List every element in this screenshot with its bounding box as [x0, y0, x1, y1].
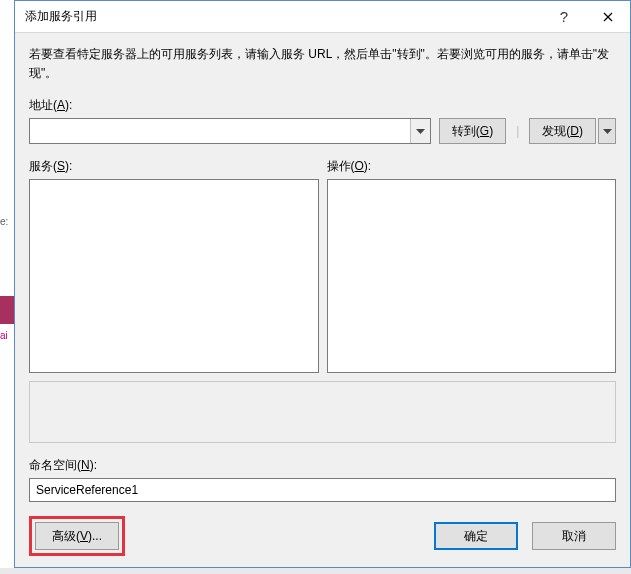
advanced-highlight: 高级(V)... [29, 516, 125, 556]
namespace-label: 命名空间(N): [29, 457, 616, 474]
help-button[interactable]: ? [542, 1, 586, 32]
advanced-button[interactable]: 高级(V)... [35, 522, 119, 550]
discover-split-button: 发现(D) [529, 118, 616, 144]
bg-fragment-1: e: [0, 216, 8, 227]
operations-column: 操作(O): [327, 158, 617, 373]
dialog-title: 添加服务引用 [25, 8, 542, 25]
status-box [29, 381, 616, 443]
separator: | [514, 118, 521, 144]
services-label: 服务(S): [29, 158, 319, 175]
services-column: 服务(S): [29, 158, 319, 373]
address-combobox[interactable] [29, 118, 431, 144]
cancel-button[interactable]: 取消 [532, 522, 616, 550]
address-row: 转到(G) | 发现(D) [29, 118, 616, 144]
address-input[interactable] [30, 119, 410, 143]
operations-listbox[interactable] [327, 179, 617, 373]
discover-dropdown-button[interactable] [598, 118, 616, 144]
chevron-down-icon [416, 129, 425, 134]
discover-button[interactable]: 发现(D) [529, 118, 596, 144]
footer: 高级(V)... 确定 取消 [29, 516, 616, 556]
add-service-reference-dialog: 添加服务引用 ? 若要查看特定服务器上的可用服务列表，请输入服务 URL，然后单… [14, 0, 631, 568]
ok-button[interactable]: 确定 [434, 522, 518, 550]
bg-fragment-2: ai [0, 330, 8, 341]
bg-fragment-badge [0, 296, 14, 324]
close-button[interactable] [586, 1, 630, 32]
titlebar: 添加服务引用 ? [15, 1, 630, 33]
address-label: 地址(A): [29, 97, 616, 114]
go-button[interactable]: 转到(G) [439, 118, 506, 144]
close-icon [603, 12, 613, 22]
chevron-down-icon [603, 129, 612, 134]
dialog-content: 若要查看特定服务器上的可用服务列表，请输入服务 URL，然后单击"转到"。若要浏… [15, 33, 630, 567]
lists-row: 服务(S): 操作(O): [29, 158, 616, 373]
instruction-text: 若要查看特定服务器上的可用服务列表，请输入服务 URL，然后单击"转到"。若要浏… [29, 45, 616, 83]
system-buttons: ? [542, 1, 630, 32]
services-listbox[interactable] [29, 179, 319, 373]
operations-label: 操作(O): [327, 158, 617, 175]
bg-bottom-strip [0, 568, 631, 574]
namespace-input[interactable] [29, 478, 616, 502]
address-dropdown-button[interactable] [410, 119, 430, 143]
